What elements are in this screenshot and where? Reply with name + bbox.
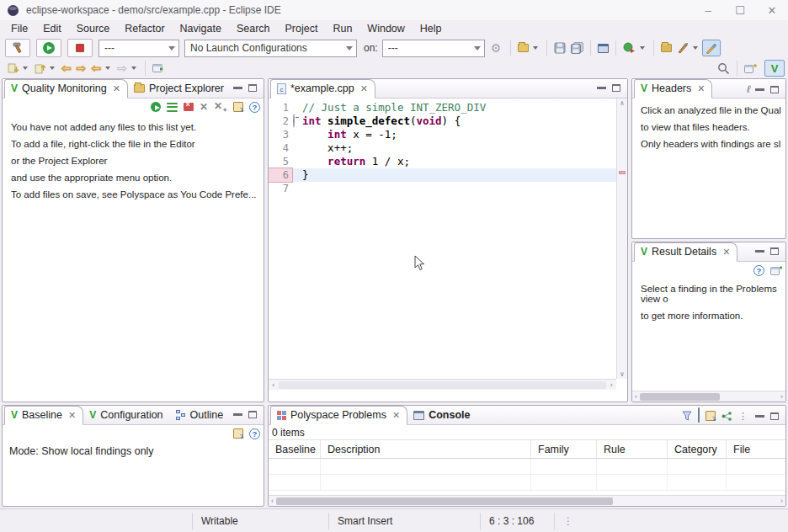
minimize-panel-icon[interactable] <box>755 250 764 253</box>
tab-configuration[interactable]: V Configuration <box>83 407 169 424</box>
search-icon[interactable] <box>715 59 732 77</box>
column-description[interactable]: Description <box>321 440 531 458</box>
menu-project[interactable]: Project <box>278 21 326 36</box>
menu-help[interactable]: Help <box>413 21 450 36</box>
export-icon[interactable] <box>233 428 243 439</box>
maximize-panel-icon[interactable] <box>770 86 779 93</box>
close-tab-icon[interactable]: ✕ <box>392 410 400 421</box>
new-wizard-button[interactable] <box>515 39 531 57</box>
tab-polyspace-problems[interactable]: Polyspace Problems ✕ <box>270 406 407 425</box>
delete-icon[interactable]: ✕ <box>200 101 208 113</box>
run-analysis-button[interactable] <box>36 39 61 57</box>
show-console-icon[interactable] <box>698 411 700 421</box>
minimize-panel-icon[interactable] <box>233 413 242 416</box>
maximize-button[interactable]: ☐ <box>724 0 756 20</box>
run-external-dropdown[interactable] <box>640 46 645 50</box>
launch-tool-dropdown[interactable] <box>693 46 698 50</box>
previous-annotation-dropdown[interactable] <box>50 66 55 70</box>
column-baseline[interactable]: Baseline <box>269 440 321 458</box>
minimize-panel-icon[interactable] <box>597 87 606 89</box>
maximize-panel-icon[interactable] <box>770 247 779 255</box>
remove-all-files-icon[interactable] <box>184 103 194 111</box>
fold-collapse-icon[interactable] <box>293 114 295 128</box>
view-menu-icon[interactable]: ⋮ <box>738 412 748 421</box>
open-results-button[interactable] <box>658 39 674 57</box>
highlight-findings-toggle[interactable] <box>702 40 721 56</box>
maximize-panel-icon[interactable] <box>248 84 257 92</box>
help-icon[interactable]: ? <box>249 102 260 113</box>
menu-window[interactable]: Window <box>359 21 412 36</box>
minimize-panel-icon[interactable] <box>233 87 242 89</box>
menu-file[interactable]: File <box>3 21 35 36</box>
new-wizard-dropdown[interactable] <box>533 46 538 50</box>
stop-analysis-button[interactable] <box>67 39 93 57</box>
result-details-horizontal-scrollbar[interactable]: ‹› <box>632 391 785 402</box>
close-tab-icon[interactable]: ✕ <box>360 83 368 94</box>
back-button[interactable]: ⇦ <box>59 59 74 77</box>
tab-result-details[interactable]: V Result Details ✕ <box>634 242 737 262</box>
open-console-button[interactable] <box>595 39 611 57</box>
minimize-panel-icon[interactable] <box>755 415 764 418</box>
next-annotation-button[interactable] <box>5 59 21 77</box>
open-perspective-button[interactable] <box>742 59 759 77</box>
run-external-button[interactable] <box>620 39 638 57</box>
forward-history-button[interactable]: ⇨ <box>114 59 130 77</box>
menu-refactor[interactable]: Refactor <box>117 21 172 36</box>
forward-button[interactable]: ⇨ <box>74 59 89 77</box>
tab-console[interactable]: Console <box>407 407 477 424</box>
tab-outline[interactable]: Outline <box>170 407 231 424</box>
status-menu-icon[interactable]: ⋮ <box>554 513 571 529</box>
maximize-panel-icon[interactable] <box>770 412 779 420</box>
next-annotation-dropdown[interactable] <box>23 66 28 70</box>
export-icon[interactable] <box>705 411 716 421</box>
tab-quality-monitoring[interactable]: V Quality Monitoring ✕ <box>4 79 128 98</box>
pin-editor-button[interactable] <box>150 59 167 77</box>
polyspace-perspective-button[interactable]: V <box>764 60 785 77</box>
back-history-dropdown[interactable] <box>105 66 110 70</box>
launch-config-combo[interactable]: No Launch Configurations <box>184 40 357 57</box>
menu-run[interactable]: Run <box>325 21 359 36</box>
editor-horizontal-scrollbar[interactable]: ‹› <box>269 379 616 390</box>
target-combo[interactable]: --- <box>382 40 485 57</box>
filter-list-icon[interactable] <box>167 103 178 112</box>
minimize-panel-icon[interactable] <box>755 88 764 91</box>
column-family[interactable]: Family <box>531 440 597 458</box>
run-analysis-icon[interactable] <box>151 102 161 112</box>
link-nodes-icon[interactable] <box>721 412 732 421</box>
menu-search[interactable]: Search <box>229 21 278 36</box>
build-config-combo[interactable]: --- <box>98 40 179 57</box>
save-all-button[interactable] <box>568 39 586 57</box>
editor-vertical-scrollbar[interactable]: ∧∨ <box>616 98 627 379</box>
close-tab-icon[interactable]: ✕ <box>722 247 730 258</box>
gear-icon[interactable]: ⚙ <box>491 41 502 55</box>
close-button[interactable]: ✕ <box>756 0 788 20</box>
maximize-panel-icon[interactable] <box>612 84 620 92</box>
tab-baseline[interactable]: V Baseline ✕ <box>4 406 83 425</box>
close-tab-icon[interactable]: ✕ <box>113 83 120 94</box>
tab-headers[interactable]: V Headers ✕ <box>634 79 712 98</box>
open-in-new-window-icon[interactable] <box>770 265 782 275</box>
build-button[interactable] <box>5 39 30 57</box>
menu-edit[interactable]: Edit <box>35 21 69 36</box>
launch-tool-button[interactable] <box>674 39 691 57</box>
tab-example-cpp[interactable]: c *example.cpp ✕ <box>270 79 375 98</box>
save-button[interactable] <box>551 39 568 57</box>
menu-navigate[interactable]: Navigate <box>173 21 229 36</box>
column-rule[interactable]: Rule <box>597 440 668 458</box>
last-edit-location-button[interactable]: ⇦ <box>88 59 104 77</box>
export-icon[interactable] <box>233 102 243 112</box>
finding-marker-icon[interactable] <box>619 171 626 174</box>
forward-history-dropdown[interactable] <box>131 66 136 70</box>
tab-project-explorer[interactable]: Project Explorer <box>128 80 231 98</box>
help-icon[interactable]: ? <box>753 265 764 276</box>
previous-annotation-button[interactable] <box>32 59 48 77</box>
close-tab-icon[interactable]: ✕ <box>68 410 76 421</box>
delete-all-icon[interactable]: ✕✦ <box>214 100 227 114</box>
minimize-button[interactable]: – <box>692 0 724 20</box>
column-category[interactable]: Category <box>668 440 727 458</box>
menu-source[interactable]: Source <box>69 21 118 36</box>
help-icon[interactable]: ? <box>249 428 260 439</box>
problems-horizontal-scrollbar[interactable]: ‹› <box>269 495 785 506</box>
maximize-panel-icon[interactable] <box>248 411 257 418</box>
column-file[interactable]: File <box>727 440 785 458</box>
